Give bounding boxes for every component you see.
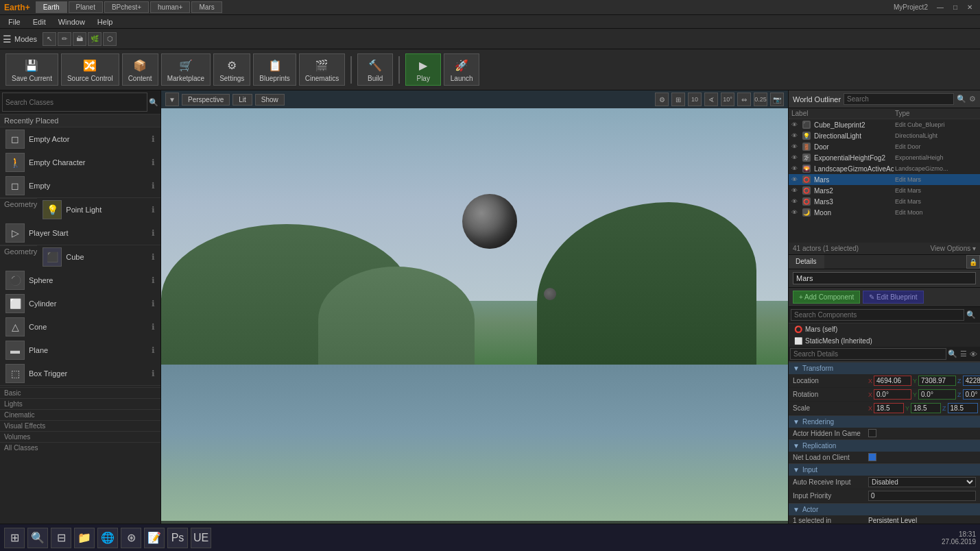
- outliner-item[interactable]: 👁 🌄 LandscapeGizmoActiveActor LandscapeG…: [789, 163, 980, 174]
- mode-paint[interactable]: ✏: [58, 32, 71, 46]
- viewport-angle[interactable]: 10°: [721, 93, 734, 106]
- marketplace-btn[interactable]: 🛒 Marketplace: [161, 53, 211, 86]
- outliner-item[interactable]: 👁 🌙 Moon Edit Moon: [789, 207, 980, 218]
- taskbar-ue4[interactable]: UE: [191, 528, 211, 548]
- taskbar-start[interactable]: ⊞: [4, 528, 25, 548]
- category-visual-effects[interactable]: Visual Effects: [0, 420, 160, 431]
- placement-cube[interactable]: ⬛ Cube ℹ: [37, 245, 160, 269]
- placement-sphere[interactable]: ⚫ Sphere ℹ: [0, 269, 160, 292]
- placement-cylinder[interactable]: ⬜ Cylinder ℹ: [0, 292, 160, 315]
- taskbar-explorer[interactable]: 📁: [74, 528, 95, 548]
- placement-empty-actor[interactable]: ◻ Empty Actor ℹ: [0, 127, 160, 151]
- outliner-item[interactable]: 👁 ⭕ Mars2 Edit Mars: [789, 185, 980, 196]
- transform-title[interactable]: ▼ Transform: [789, 363, 980, 374]
- comp-mars-self[interactable]: ⭕ Mars (self): [789, 323, 980, 335]
- rendering-title[interactable]: ▼ Rendering: [789, 416, 980, 428]
- outliner-options-icon[interactable]: ⚙: [969, 95, 976, 103]
- auto-receive-input[interactable]: Disabled: [868, 477, 976, 487]
- replication-title[interactable]: ▼ Replication: [789, 440, 980, 452]
- outliner-item[interactable]: 👁 💡 DirectionalLight DirectionalLight: [789, 130, 980, 141]
- placement-cone[interactable]: △ Cone ℹ: [0, 315, 160, 339]
- source-control-btn[interactable]: 🔀 Source Control: [61, 53, 119, 86]
- tab-planet[interactable]: Planet: [69, 1, 103, 13]
- actor-title[interactable]: ▼ Actor: [789, 504, 980, 515]
- outliner-item[interactable]: 👁 ⭕ Mars3 Edit Mars: [789, 196, 980, 207]
- category-volumes[interactable]: Volumes: [0, 431, 160, 442]
- minimize-btn[interactable]: —: [933, 3, 947, 12]
- rotation-z[interactable]: [963, 389, 980, 400]
- placement-empty-character[interactable]: 🚶 Empty Character ℹ: [0, 151, 160, 174]
- blueprints-btn[interactable]: 📋 Blueprints: [253, 53, 296, 86]
- play-btn[interactable]: ▶ Play: [405, 53, 441, 86]
- category-all-classes[interactable]: All Classes: [0, 442, 160, 453]
- taskbar-code[interactable]: 📝: [144, 528, 165, 548]
- viewport-grid-icon[interactable]: ⊞: [671, 93, 685, 106]
- close-btn[interactable]: ✕: [964, 3, 976, 12]
- viewport-grid-size[interactable]: 10: [688, 93, 702, 106]
- menu-file[interactable]: File: [3, 16, 26, 27]
- outliner-search-input[interactable]: [844, 93, 954, 105]
- content-btn[interactable]: 📦 Content: [122, 53, 158, 86]
- viewport-menu-icon[interactable]: ▼: [165, 93, 179, 106]
- placement-box-trigger[interactable]: ⬚ Box Trigger ℹ: [0, 362, 160, 385]
- mode-foliage[interactable]: 🌿: [88, 32, 101, 46]
- mode-select[interactable]: ↖: [43, 32, 56, 46]
- tab-mars[interactable]: Mars: [191, 1, 222, 13]
- details-eye-btn[interactable]: 👁: [968, 350, 979, 358]
- taskbar-edge[interactable]: 🌐: [97, 528, 118, 548]
- input-priority-value[interactable]: [868, 491, 976, 501]
- menu-edit[interactable]: Edit: [27, 16, 51, 27]
- location-x[interactable]: [874, 376, 911, 386]
- location-y[interactable]: [918, 376, 956, 386]
- viewport-angle-icon[interactable]: ∢: [704, 93, 718, 106]
- net-load-checkbox[interactable]: [868, 453, 876, 461]
- viewport-settings-icon[interactable]: ⚙: [655, 93, 669, 106]
- scale-y[interactable]: [911, 403, 941, 413]
- cinematics-btn[interactable]: 🎬 Cinematics: [299, 53, 345, 86]
- perspective-btn[interactable]: Perspective: [182, 94, 230, 106]
- category-geometry-label2[interactable]: Geometry: [0, 245, 37, 257]
- view-options-btn[interactable]: View Options ▾: [930, 245, 976, 252]
- taskbar-ps[interactable]: Ps: [167, 528, 188, 548]
- rotation-y[interactable]: [918, 389, 956, 400]
- comp-search-input[interactable]: [791, 309, 964, 321]
- maximize-btn[interactable]: □: [950, 3, 961, 12]
- category-basic[interactable]: Basic: [0, 387, 160, 398]
- menu-window[interactable]: Window: [53, 16, 91, 27]
- settings-btn[interactable]: ⚙ Settings: [213, 53, 250, 86]
- viewport-scale[interactable]: 0.25: [754, 93, 767, 106]
- actor-name-input[interactable]: [793, 272, 976, 284]
- details-view-btn[interactable]: ☰: [959, 350, 968, 358]
- search-classes-input[interactable]: [2, 93, 147, 112]
- outliner-item[interactable]: 👁 🌫 ExponentialHeightFog2 ExponentialHei…: [789, 152, 980, 163]
- outliner-item[interactable]: 👁 🚪 Door Edit Door: [789, 141, 980, 152]
- category-geometry-label[interactable]: Geometry: [0, 198, 37, 210]
- category-cinematic[interactable]: Cinematic: [0, 409, 160, 420]
- viewport-camera-icon[interactable]: 📷: [770, 93, 784, 106]
- viewport-scale-icon[interactable]: ⇔: [737, 93, 751, 106]
- mode-mesh[interactable]: ⬡: [103, 32, 117, 46]
- mode-landscape[interactable]: 🏔: [73, 32, 86, 46]
- search-details-input[interactable]: [790, 348, 946, 360]
- input-title[interactable]: ▼ Input: [789, 464, 980, 476]
- location-z[interactable]: [963, 376, 980, 386]
- placement-plane[interactable]: ▬ Plane ℹ: [0, 339, 160, 362]
- launch-btn[interactable]: 🚀 Launch: [444, 53, 479, 86]
- rotation-x[interactable]: [874, 389, 911, 400]
- scale-z[interactable]: [948, 403, 978, 413]
- outliner-item[interactable]: 👁 ⬛ Cube_Blueprint2 Edit Cube_Bluepri: [789, 119, 980, 130]
- tab-bpchest[interactable]: BPchest+: [104, 1, 149, 13]
- save-current-btn[interactable]: 💾 Save Current: [5, 53, 58, 86]
- tab-details[interactable]: Details: [789, 255, 824, 269]
- actor-hidden-checkbox[interactable]: [868, 429, 876, 437]
- taskbar-chrome[interactable]: ⊛: [121, 528, 141, 548]
- build-btn[interactable]: 🔨 Build: [357, 53, 393, 86]
- placement-player-start[interactable]: ▷ Player Start ℹ: [0, 221, 160, 245]
- lit-btn[interactable]: Lit: [232, 94, 252, 106]
- tab-human[interactable]: human+: [150, 1, 190, 13]
- taskbar-taskview[interactable]: ⊟: [51, 528, 71, 548]
- details-lock-icon[interactable]: 🔒: [966, 255, 980, 269]
- placement-point-light[interactable]: 💡 Point Light ℹ: [37, 198, 160, 221]
- add-component-btn[interactable]: + Add Component: [793, 291, 860, 304]
- edit-blueprint-btn[interactable]: ✎ Edit Blueprint: [863, 291, 923, 304]
